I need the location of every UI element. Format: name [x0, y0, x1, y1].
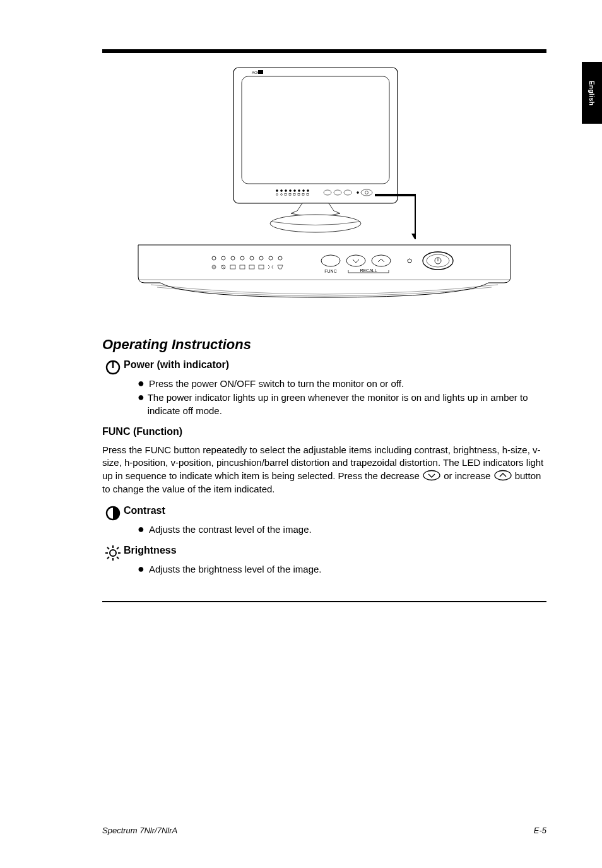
contrast-bullets: ●Adjusts the contrast level of the image…	[138, 523, 546, 536]
list-item: ●Adjusts the brightness level of the ima…	[138, 563, 546, 576]
recall-label: RECALL	[360, 268, 377, 273]
svg-point-9	[303, 190, 305, 192]
page-footer: Spectrum 7Nlr/7NlrA E-5	[102, 826, 546, 835]
figure-wrap: AOC	[102, 66, 546, 311]
list-item: ●Adjusts the contrast level of the image…	[138, 523, 546, 536]
svg-point-56	[110, 550, 116, 556]
svg-point-8	[298, 190, 300, 192]
bullet-icon: ●	[138, 563, 149, 574]
svg-point-54	[495, 471, 511, 480]
bullet-icon: ●	[138, 378, 149, 389]
func-block: FUNC (Function) Press the FUNC button re…	[102, 426, 546, 496]
language-tab: English	[582, 62, 602, 124]
func-paragraph: Press the FUNC button repeatedly to sele…	[102, 444, 546, 496]
svg-point-3	[276, 190, 278, 192]
svg-point-4	[281, 190, 283, 192]
svg-line-64	[107, 557, 109, 559]
contrast-icon	[102, 505, 124, 523]
func-heading: FUNC (Function)	[102, 426, 546, 437]
brightness-bullets: ●Adjusts the brightness level of the ima…	[138, 563, 546, 576]
svg-point-22	[357, 192, 359, 194]
manual-page: English AOC	[0, 0, 602, 868]
power-bullets: ●Press the power ON/OFF switch to turn t…	[138, 378, 546, 417]
svg-line-63	[117, 547, 119, 549]
svg-point-7	[294, 190, 296, 192]
svg-point-5	[285, 190, 287, 192]
bullet-icon: ●	[138, 523, 149, 535]
decrease-button-icon	[422, 470, 441, 481]
brightness-label: Brightness	[124, 545, 546, 556]
power-row: Power (with indicator)	[102, 359, 546, 378]
operating-heading: Operating Instructions	[102, 336, 546, 353]
language-label: English	[589, 80, 596, 105]
svg-rect-2	[258, 70, 263, 74]
svg-rect-1	[242, 76, 389, 184]
list-item: ●The power indicator lights up in green …	[138, 391, 546, 417]
control-panel-diagram: FUNC RECALL	[135, 242, 514, 311]
brightness-icon	[102, 545, 124, 563]
func-label: FUNC	[324, 269, 336, 273]
increase-button-icon	[493, 470, 512, 481]
bullet-icon: ●	[138, 391, 148, 403]
contrast-label: Contrast	[124, 505, 546, 516]
svg-point-6	[290, 190, 292, 192]
footer-title: Spectrum 7Nlr/7NlrA	[102, 826, 177, 835]
svg-line-62	[117, 557, 119, 559]
svg-point-53	[423, 471, 440, 480]
power-label: Power (with indicator)	[124, 359, 546, 371]
svg-marker-26	[411, 234, 416, 239]
bottom-rule	[102, 601, 546, 602]
monitor-diagram: AOC	[233, 66, 416, 239]
svg-point-10	[307, 190, 309, 192]
list-item: ●Press the power ON/OFF switch to turn t…	[138, 378, 546, 390]
footer-page: E-5	[534, 826, 546, 835]
svg-line-61	[107, 547, 109, 549]
brightness-row: Brightness	[102, 545, 546, 563]
power-icon	[102, 359, 124, 378]
contrast-row: Contrast	[102, 505, 546, 523]
top-rule	[102, 49, 546, 53]
